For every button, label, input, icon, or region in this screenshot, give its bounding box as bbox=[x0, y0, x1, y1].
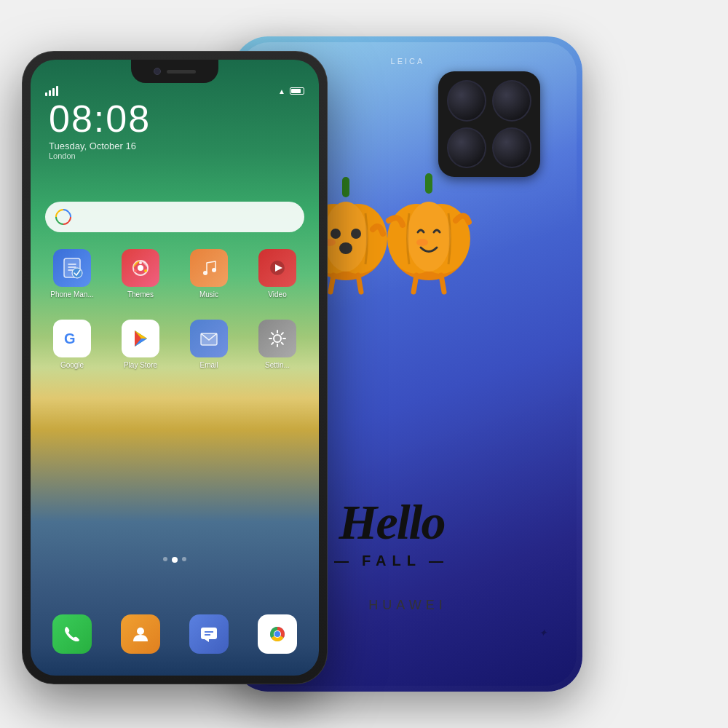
playstore-icon bbox=[122, 320, 159, 357]
app-music[interactable]: Music bbox=[182, 249, 237, 299]
video-icon bbox=[258, 249, 296, 287]
dot-3 bbox=[182, 557, 186, 561]
front-camera bbox=[154, 68, 161, 75]
dot-2 bbox=[172, 557, 178, 563]
dock-chrome[interactable] bbox=[258, 614, 297, 654]
settings-icon bbox=[258, 320, 296, 357]
phone-front: ▲ 08:08 Tuesday, October 16 London bbox=[22, 51, 328, 684]
svg-point-20 bbox=[72, 268, 82, 278]
scene: LEICA bbox=[7, 15, 721, 713]
music-icon bbox=[190, 249, 228, 287]
app-google[interactable]: G Google bbox=[45, 320, 100, 370]
svg-point-45 bbox=[274, 631, 280, 637]
dock-phone[interactable] bbox=[52, 614, 92, 654]
apps-row-2: G Google bbox=[38, 320, 312, 370]
signal-bar-4 bbox=[56, 86, 58, 96]
leica-brand: LEICA bbox=[391, 57, 425, 66]
status-bar: ▲ bbox=[45, 86, 304, 96]
settings-label: Settin... bbox=[265, 361, 290, 370]
camera-lens-4 bbox=[492, 127, 531, 169]
signal-bar-3 bbox=[52, 88, 55, 96]
email-label: Email bbox=[199, 361, 218, 370]
svg-point-36 bbox=[274, 335, 281, 342]
video-label: Video bbox=[268, 290, 286, 299]
phone-call-icon bbox=[52, 614, 92, 654]
signal-bar-1 bbox=[45, 92, 47, 96]
clock-date: Tuesday, October 16 bbox=[49, 141, 151, 151]
email-icon bbox=[190, 320, 228, 357]
svg-point-15 bbox=[407, 202, 451, 272]
camera-lens-1 bbox=[447, 80, 486, 122]
signal-strength bbox=[45, 86, 58, 96]
svg-point-26 bbox=[203, 271, 207, 275]
apps-grid: Phone Man... bbox=[38, 249, 312, 390]
app-themes[interactable]: Themes bbox=[114, 249, 168, 299]
speaker-grill bbox=[167, 70, 196, 74]
messages-icon bbox=[189, 614, 229, 654]
svg-point-24 bbox=[144, 269, 147, 272]
signal-bar-2 bbox=[49, 90, 51, 96]
app-email[interactable]: Email bbox=[182, 320, 237, 370]
dock-messages[interactable] bbox=[189, 614, 229, 654]
svg-rect-0 bbox=[342, 177, 349, 197]
svg-line-9 bbox=[331, 275, 333, 292]
playstore-label: Play Store bbox=[124, 361, 157, 370]
svg-point-37 bbox=[137, 628, 144, 635]
app-phone-manager[interactable]: Phone Man... bbox=[45, 249, 100, 299]
chrome-icon bbox=[258, 614, 297, 654]
themes-label: Themes bbox=[127, 290, 154, 299]
battery-fill bbox=[291, 89, 301, 93]
svg-line-10 bbox=[358, 275, 361, 292]
svg-point-5 bbox=[331, 229, 341, 239]
google-label: Google bbox=[60, 361, 84, 370]
svg-point-23 bbox=[139, 261, 142, 264]
clock-time: 08:08 bbox=[49, 100, 151, 138]
svg-line-17 bbox=[414, 275, 416, 292]
svg-point-25 bbox=[134, 269, 137, 272]
svg-text:G: G bbox=[64, 331, 76, 347]
time-display: 08:08 Tuesday, October 16 London bbox=[49, 100, 151, 160]
app-playstore[interactable]: Play Store bbox=[114, 320, 168, 370]
camera-module bbox=[438, 71, 540, 177]
camera-lens-2 bbox=[492, 80, 531, 122]
svg-rect-11 bbox=[425, 173, 432, 194]
page-dots bbox=[163, 557, 186, 563]
search-bar[interactable] bbox=[45, 202, 304, 232]
apps-row-1: Phone Man... bbox=[38, 249, 312, 299]
phone-manager-label: Phone Man... bbox=[50, 290, 93, 299]
contacts-icon bbox=[121, 614, 160, 654]
dock-contacts[interactable] bbox=[121, 614, 160, 654]
bottom-dock bbox=[38, 614, 312, 654]
svg-point-6 bbox=[351, 229, 361, 239]
clock-location: London bbox=[49, 151, 151, 160]
svg-point-22 bbox=[138, 265, 143, 271]
battery-indicator bbox=[290, 87, 304, 95]
phone-screen: ▲ 08:08 Tuesday, October 16 London bbox=[31, 60, 319, 676]
huawei-brand: HUAWEI bbox=[368, 598, 446, 613]
app-video[interactable]: Video bbox=[250, 249, 305, 299]
designer-signature: ✦ bbox=[539, 627, 547, 638]
google-g-logo bbox=[52, 205, 74, 228]
svg-point-4 bbox=[324, 202, 368, 272]
svg-point-16 bbox=[416, 239, 428, 246]
svg-point-27 bbox=[212, 268, 216, 272]
phone-manager-icon bbox=[53, 249, 91, 287]
svg-line-18 bbox=[441, 275, 444, 292]
camera-lens-3 bbox=[447, 127, 486, 169]
dot-1 bbox=[163, 557, 167, 561]
google-icon: G bbox=[53, 320, 91, 357]
phone-notch bbox=[131, 60, 218, 83]
music-label: Music bbox=[199, 290, 218, 299]
svg-marker-39 bbox=[205, 639, 209, 642]
svg-rect-38 bbox=[201, 628, 217, 639]
wifi-icon: ▲ bbox=[278, 87, 285, 95]
app-settings[interactable]: Settin... bbox=[250, 320, 305, 370]
svg-point-7 bbox=[339, 242, 352, 254]
themes-icon bbox=[122, 249, 159, 287]
